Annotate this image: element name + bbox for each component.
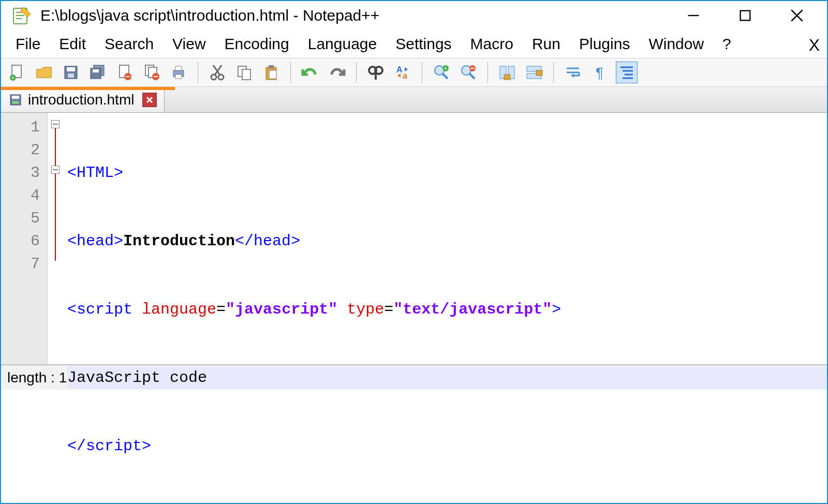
toolbar-separator <box>487 62 488 83</box>
svg-point-28 <box>218 75 224 80</box>
toolbar-separator <box>422 62 422 83</box>
function-list-icon[interactable] <box>616 62 638 83</box>
file-icon <box>8 93 23 107</box>
zoom-in-icon[interactable]: + <box>431 62 452 83</box>
show-all-chars-icon[interactable]: ¶ <box>589 62 611 83</box>
app-icon <box>11 5 32 26</box>
svg-text:A: A <box>396 65 403 74</box>
svg-rect-5 <box>741 11 750 21</box>
svg-rect-16 <box>93 69 99 72</box>
menu-view[interactable]: View <box>163 32 215 56</box>
tab-label: introduction.html <box>28 92 134 108</box>
fold-toggle[interactable] <box>51 120 60 128</box>
menu-edit[interactable]: Edit <box>50 32 95 56</box>
svg-text:+: + <box>444 66 447 71</box>
svg-point-27 <box>211 75 216 80</box>
minimize-button[interactable] <box>683 5 704 26</box>
menu-window[interactable]: Window <box>639 32 713 56</box>
svg-rect-13 <box>68 73 74 78</box>
svg-line-46 <box>469 73 475 79</box>
toolbar: + Aa + ¶ <box>1 58 827 87</box>
wordwrap-icon[interactable] <box>562 62 584 83</box>
svg-line-42 <box>442 73 448 79</box>
line-number-gutter: 1 2 3 4 5 6 7 <box>1 113 48 364</box>
svg-text:¶: ¶ <box>596 65 603 81</box>
menu-macro[interactable]: Macro <box>461 32 523 56</box>
toolbar-separator <box>553 62 554 83</box>
svg-rect-23 <box>154 76 158 77</box>
tab-close-button[interactable] <box>142 93 157 107</box>
close-window-button[interactable] <box>787 5 807 26</box>
close-file-icon[interactable] <box>114 62 136 83</box>
window-title: E:\blogs\java script\introduction.html -… <box>40 7 683 24</box>
svg-rect-19 <box>126 76 130 77</box>
menu-help[interactable]: ? <box>713 32 741 56</box>
copy-icon[interactable] <box>233 62 255 83</box>
svg-rect-26 <box>175 75 182 79</box>
window-controls <box>683 5 823 26</box>
menu-search[interactable]: Search <box>95 32 163 56</box>
menu-language[interactable]: Language <box>299 32 386 56</box>
svg-rect-64 <box>12 101 19 104</box>
editor[interactable]: 1 2 3 4 5 6 7 <HTML> <head>Introduction<… <box>1 113 827 365</box>
menu-settings[interactable]: Settings <box>386 32 461 56</box>
svg-rect-34 <box>269 65 274 68</box>
sync-h-scroll-icon[interactable] <box>523 62 545 83</box>
new-file-icon[interactable]: + <box>6 62 28 83</box>
open-file-icon[interactable] <box>33 62 55 83</box>
zoom-out-icon[interactable] <box>457 62 479 83</box>
print-icon[interactable] <box>168 62 189 83</box>
toolbar-overflow-close[interactable]: X <box>809 36 820 55</box>
save-icon[interactable] <box>60 62 82 83</box>
toolbar-separator <box>198 62 198 83</box>
toolbar-separator <box>290 62 291 83</box>
svg-rect-48 <box>470 68 475 69</box>
menu-encoding[interactable]: Encoding <box>215 32 299 56</box>
svg-text:a: a <box>403 71 407 80</box>
cut-icon[interactable] <box>206 62 228 83</box>
svg-rect-54 <box>536 70 542 76</box>
sync-v-scroll-icon[interactable] <box>496 62 518 83</box>
toolbar-separator <box>356 62 357 83</box>
maximize-button[interactable] <box>735 5 756 26</box>
code-area[interactable]: <HTML> <head>Introduction</head> <script… <box>64 113 827 364</box>
redo-icon[interactable] <box>326 62 348 83</box>
paste-icon[interactable] <box>260 62 282 83</box>
svg-rect-63 <box>12 96 19 99</box>
svg-rect-35 <box>269 70 276 79</box>
menu-run[interactable]: Run <box>523 32 570 56</box>
title-bar: E:\blogs\java script\introduction.html -… <box>1 1 827 30</box>
fold-column[interactable] <box>48 113 64 364</box>
save-all-icon[interactable] <box>87 62 109 83</box>
undo-icon[interactable] <box>299 62 321 83</box>
menu-file[interactable]: File <box>6 32 50 56</box>
find-icon[interactable] <box>365 62 387 83</box>
svg-rect-51 <box>504 75 510 80</box>
tab-bar: introduction.html <box>1 87 827 113</box>
svg-text:+: + <box>11 75 14 81</box>
menu-bar: File Edit Search View Encoding Language … <box>1 30 827 58</box>
close-all-icon[interactable] <box>141 62 162 83</box>
svg-rect-32 <box>242 69 250 80</box>
svg-rect-12 <box>67 67 75 71</box>
tab-introduction[interactable]: introduction.html <box>1 87 165 112</box>
replace-icon[interactable]: Aa <box>392 62 413 83</box>
fold-toggle[interactable] <box>51 166 60 174</box>
menu-plugins[interactable]: Plugins <box>570 32 639 56</box>
svg-rect-25 <box>175 66 182 70</box>
